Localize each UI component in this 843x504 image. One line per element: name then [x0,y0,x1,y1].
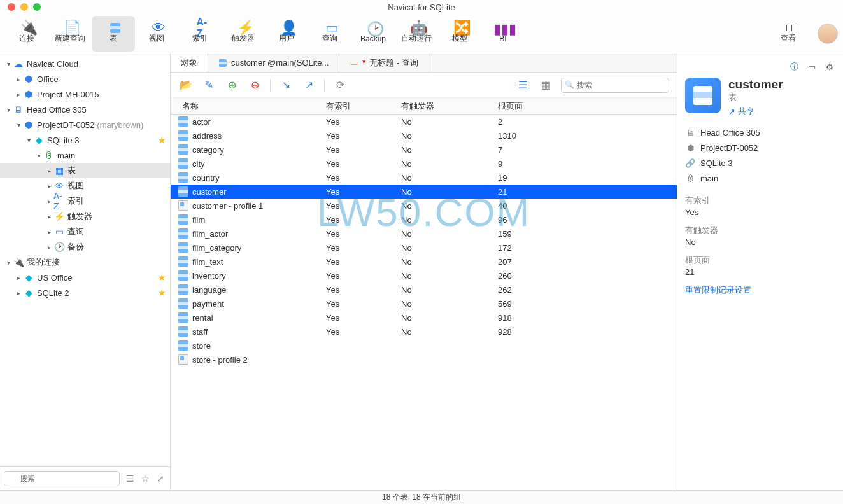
settings-icon[interactable]: ⚙ [824,61,835,73]
path-item[interactable]: 🛢main [685,171,835,186]
chevron-icon[interactable]: ▸ [14,290,23,297]
export-icon[interactable]: ↗ [301,78,316,93]
tree-item-main[interactable]: ▾ 🛢 main [0,148,170,163]
table-row[interactable]: address Yes No 1310 [171,129,677,143]
chevron-icon[interactable]: ▾ [4,106,13,113]
tree-item-我的连接[interactable]: ▾ 🔌 我的连接 [0,255,170,270]
toolbar-bi[interactable]: ▮▮▮BI [481,16,525,52]
tree-item-SQLite 3[interactable]: ▾ ◆ SQLite 3 ★ [0,132,170,148]
table-row[interactable]: city Yes No 9 [171,157,677,171]
toolbar-table[interactable]: 表 [92,16,135,52]
chevron-icon[interactable]: ▸ [14,76,23,83]
chevron-icon[interactable]: ▸ [45,183,53,190]
tree-item-Head Office 305[interactable]: ▾ 🖥 Head Office 305 [0,102,170,117]
tree-item-索引[interactable]: ▸ A-Z 索引 [0,193,170,209]
table-row[interactable]: country Yes No 19 [171,171,677,185]
table-row[interactable]: payment Yes No 569 [171,297,677,311]
sidebar-search-input[interactable] [4,471,120,486]
filter-icon[interactable]: ☰ [124,473,136,484]
path-item[interactable]: 🖥Head Office 305 [685,125,835,140]
maximize-button[interactable] [33,3,41,11]
tab-1[interactable]: customer @main(SQLite... [208,53,339,72]
toolbar-label: 用户 [279,33,294,44]
toolbar-query[interactable]: ▭查询 [308,16,351,52]
tree-item-表[interactable]: ▸ ▦ 表 [0,163,170,178]
chevron-icon[interactable]: ▸ [45,198,53,205]
tree-item-Office[interactable]: ▸ ⬢ Office [0,71,170,87]
grid-view-icon[interactable]: ▦ [538,78,553,93]
table-row[interactable]: actor Yes No 2 [171,115,677,129]
toolbar-index[interactable]: A-Z索引 [178,16,222,52]
tree-item-触发器[interactable]: ▸ ⚡ 触发器 [0,209,170,224]
toolbar-connect[interactable]: 🔌连接 [5,16,48,52]
open-icon[interactable]: 📂 [178,78,194,93]
col-header-indexed[interactable]: 有索引 [318,101,393,112]
tree-item-查询[interactable]: ▸ ▭ 查询 [0,224,170,239]
col-header-name[interactable]: 名称 [171,101,318,112]
table-row[interactable]: film_actor Yes No 159 [171,227,677,241]
toolbar-backup[interactable]: 🕑Backup [351,16,395,52]
chevron-icon[interactable]: ▾ [24,137,33,144]
refresh-icon[interactable]: ⟳ [332,78,348,93]
chevron-icon[interactable]: ▸ [45,213,53,220]
tree-item-备份[interactable]: ▸ 🕑 备份 [0,239,170,255]
toolbar-trigger[interactable]: ⚡触发器 [222,16,265,52]
import-icon[interactable]: ↘ [278,78,294,93]
tab-2[interactable]: ▭* 无标题 - 查询 [339,53,429,72]
toolbar-user[interactable]: 👤用户 [265,16,308,52]
chevron-icon[interactable]: ▾ [14,122,23,129]
share-link[interactable]: ↗ 共享 [728,106,783,117]
col-header-root[interactable]: 根页面 [490,101,677,112]
add-icon[interactable]: ⊕ [224,78,239,93]
tree-item-SQLite 2[interactable]: ▸ ◆ SQLite 2 ★ [0,285,170,300]
close-button[interactable] [8,3,15,11]
toolbar-model[interactable]: 🔀模型 [438,16,481,52]
tree-item-ProjectDT-0052[interactable]: ▾ ⬢ ProjectDT-0052(marybrown) [0,117,170,132]
chevron-icon[interactable]: ▸ [45,228,53,235]
minimize-button[interactable] [20,3,28,11]
edit-icon[interactable]: ✎ [201,78,216,93]
tree-item-US Office[interactable]: ▸ ◆ US Office ★ [0,270,170,285]
chevron-icon[interactable]: ▾ [34,152,43,159]
chevron-icon[interactable]: ▾ [4,259,13,266]
table-row[interactable]: language Yes No 262 [171,283,677,297]
chevron-icon[interactable]: ▾ [4,60,13,67]
user-avatar[interactable] [818,24,838,44]
table-row[interactable]: film_text Yes No 207 [171,255,677,269]
toolbar-new-query[interactable]: 📄新建查询 [48,16,92,52]
table-row[interactable]: store [171,339,677,353]
table-row[interactable]: rental Yes No 918 [171,311,677,325]
table-row[interactable]: store - profile 2 [171,353,677,367]
table-row[interactable]: film Yes No 96 [171,213,677,227]
chevron-icon[interactable]: ▸ [14,274,23,281]
list-view-icon[interactable]: ☰ [515,78,530,93]
ddl-icon[interactable]: ▭ [806,61,818,73]
star-icon[interactable]: ☆ [139,473,151,484]
tree-item-视图[interactable]: ▸ 👁 视图 [0,178,170,193]
table-row[interactable]: inventory Yes No 260 [171,269,677,283]
collapse-icon[interactable]: ⤢ [155,473,166,484]
chevron-icon[interactable]: ▸ [45,167,53,174]
path-item[interactable]: 🔗SQLite 3 [685,155,835,171]
table-row[interactable]: film_category Yes No 172 [171,241,677,255]
info-icon[interactable]: ⓘ [788,61,800,73]
tree-item-Project MH-0015[interactable]: ▸ ⬢ Project MH-0015 [0,87,170,102]
chevron-icon[interactable]: ▸ [14,91,23,98]
tree-item-Navicat Cloud[interactable]: ▾ ☁ Navicat Cloud [0,56,170,71]
cell-indexed: Yes [318,313,393,323]
chevron-icon[interactable]: ▸ [45,244,53,251]
table-row[interactable]: customer - profile 1 Yes No 40 [171,199,677,213]
reset-limit-link[interactable]: 重置限制记录设置 [685,284,835,296]
toolbar-autorun[interactable]: 🤖自动运行 [395,16,438,52]
cell-root: 40 [490,201,677,211]
toolbar-view[interactable]: 👁视图 [135,16,178,52]
table-row[interactable]: staff Yes No 928 [171,325,677,339]
toolbar-view[interactable]: 查看 [767,16,810,52]
col-header-trigger[interactable]: 有触发器 [393,101,490,112]
path-item[interactable]: ⬢ProjectDT-0052 [685,140,835,155]
table-row[interactable]: category Yes No 7 [171,143,677,157]
table-row[interactable]: customer Yes No 21 [171,185,677,199]
delete-icon[interactable]: ⊖ [247,78,262,93]
table-search-input[interactable] [561,78,669,93]
tab-0[interactable]: 对象 [171,53,208,72]
